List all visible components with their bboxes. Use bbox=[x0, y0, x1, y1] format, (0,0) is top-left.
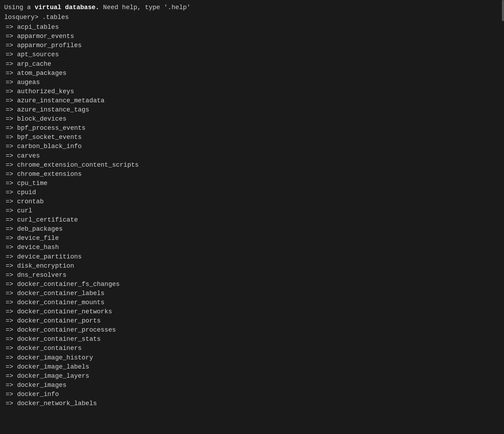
arrow-icon: => bbox=[6, 216, 17, 223]
list-item: => atom_packages bbox=[4, 69, 500, 78]
arrow-icon: => bbox=[6, 400, 17, 407]
list-item: => azure_instance_metadata bbox=[4, 96, 500, 105]
list-item: => docker_container_fs_changes bbox=[4, 280, 500, 289]
scrollbar[interactable] bbox=[502, 0, 504, 21]
arrow-icon: => bbox=[6, 106, 17, 113]
list-item: => cpuid bbox=[4, 188, 500, 197]
terminal: Using a virtual database. Need help, typ… bbox=[4, 3, 500, 408]
list-item: => docker_network_labels bbox=[4, 399, 500, 408]
info-suffix: Need help, type '.help' bbox=[99, 4, 190, 11]
list-item: => chrome_extension_content_scripts bbox=[4, 160, 500, 170]
list-item: => carves bbox=[4, 151, 500, 160]
list-item: => acpi_tables bbox=[4, 23, 500, 32]
table-name: docker_container_processes bbox=[17, 326, 116, 333]
list-item: => augeas bbox=[4, 78, 500, 87]
table-name: bpf_socket_events bbox=[17, 134, 82, 141]
table-name: docker_image_labels bbox=[17, 363, 89, 370]
arrow-icon: => bbox=[6, 372, 17, 379]
table-name: arp_cache bbox=[17, 60, 51, 68]
arrow-icon: => bbox=[6, 317, 17, 324]
list-item: => arp_cache bbox=[4, 59, 500, 69]
table-name: docker_images bbox=[17, 382, 66, 389]
list-item: => device_file bbox=[4, 234, 500, 243]
arrow-icon: => bbox=[6, 33, 17, 40]
list-item: => deb_packages bbox=[4, 224, 500, 234]
table-name: atom_packages bbox=[17, 70, 66, 77]
prompt-line[interactable]: losquery> .tables bbox=[4, 13, 500, 22]
arrow-icon: => bbox=[6, 134, 17, 141]
list-item: => docker_image_history bbox=[4, 353, 500, 362]
table-name: docker_container_networks bbox=[17, 308, 112, 315]
table-list: => acpi_tables => apparmor_events => app… bbox=[4, 23, 500, 408]
table-name: apparmor_profiles bbox=[17, 42, 82, 49]
list-item: => dns_resolvers bbox=[4, 270, 500, 280]
table-name: authorized_keys bbox=[17, 88, 74, 95]
table-name: docker_container_stats bbox=[17, 336, 101, 343]
list-item: => curl_certificate bbox=[4, 215, 500, 224]
list-item: => carbon_black_info bbox=[4, 142, 500, 151]
table-name: azure_instance_tags bbox=[17, 106, 89, 113]
table-name: device_partitions bbox=[17, 253, 82, 260]
list-item: => docker_container_ports bbox=[4, 316, 500, 325]
table-name: device_file bbox=[17, 235, 59, 242]
arrow-icon: => bbox=[6, 115, 17, 122]
arrow-icon: => bbox=[6, 161, 17, 168]
list-item: => docker_container_labels bbox=[4, 289, 500, 298]
arrow-icon: => bbox=[6, 281, 17, 288]
table-name: dns_resolvers bbox=[17, 272, 66, 279]
list-item: => docker_containers bbox=[4, 344, 500, 353]
list-item: => docker_container_stats bbox=[4, 334, 500, 344]
arrow-icon: => bbox=[6, 88, 17, 95]
list-item: => azure_instance_tags bbox=[4, 105, 500, 114]
table-name: docker_info bbox=[17, 391, 59, 398]
info-line: Using a virtual database. Need help, typ… bbox=[4, 3, 500, 12]
list-item: => docker_container_networks bbox=[4, 307, 500, 316]
table-name: deb_packages bbox=[17, 225, 63, 232]
list-item: => apparmor_events bbox=[4, 32, 500, 41]
arrow-icon: => bbox=[6, 308, 17, 315]
table-name: cpu_time bbox=[17, 180, 47, 187]
table-name: chrome_extensions bbox=[17, 171, 82, 178]
table-name: apt_sources bbox=[17, 51, 59, 58]
table-name: carves bbox=[17, 152, 40, 159]
table-name: augeas bbox=[17, 79, 40, 86]
arrow-icon: => bbox=[6, 253, 17, 260]
command-text: .tables bbox=[42, 14, 69, 21]
list-item: => disk_encryption bbox=[4, 261, 500, 270]
prompt-text: losquery> bbox=[4, 14, 42, 21]
table-name: docker_container_labels bbox=[17, 290, 104, 297]
table-name: bpf_process_events bbox=[17, 125, 85, 132]
arrow-icon: => bbox=[6, 171, 17, 178]
table-name: curl_certificate bbox=[17, 216, 78, 223]
table-name: apparmor_events bbox=[17, 33, 74, 40]
list-item: => block_devices bbox=[4, 114, 500, 123]
list-item: => cpu_time bbox=[4, 179, 500, 188]
list-item: => apt_sources bbox=[4, 50, 500, 59]
arrow-icon: => bbox=[6, 24, 17, 31]
arrow-icon: => bbox=[6, 51, 17, 58]
arrow-icon: => bbox=[6, 143, 17, 150]
table-name: device_hash bbox=[17, 244, 59, 251]
arrow-icon: => bbox=[6, 189, 17, 196]
table-name: curl bbox=[17, 207, 32, 214]
arrow-icon: => bbox=[6, 207, 17, 214]
arrow-icon: => bbox=[6, 336, 17, 343]
list-item: => docker_info bbox=[4, 390, 500, 399]
table-name: docker_container_mounts bbox=[17, 299, 104, 306]
list-item: => docker_container_processes bbox=[4, 325, 500, 334]
list-item: => device_partitions bbox=[4, 252, 500, 261]
table-name: docker_image_layers bbox=[17, 372, 89, 379]
arrow-icon: => bbox=[6, 180, 17, 187]
arrow-icon: => bbox=[6, 225, 17, 232]
arrow-icon: => bbox=[6, 152, 17, 159]
table-name: azure_instance_metadata bbox=[17, 97, 104, 104]
list-item: => curl bbox=[4, 206, 500, 215]
arrow-icon: => bbox=[6, 354, 17, 361]
arrow-icon: => bbox=[6, 326, 17, 333]
arrow-icon: => bbox=[6, 363, 17, 370]
table-name: chrome_extension_content_scripts bbox=[17, 161, 139, 168]
info-prefix: Using a bbox=[4, 4, 34, 11]
list-item: => bpf_process_events bbox=[4, 123, 500, 133]
table-name: docker_image_history bbox=[17, 354, 93, 361]
arrow-icon: => bbox=[6, 125, 17, 132]
